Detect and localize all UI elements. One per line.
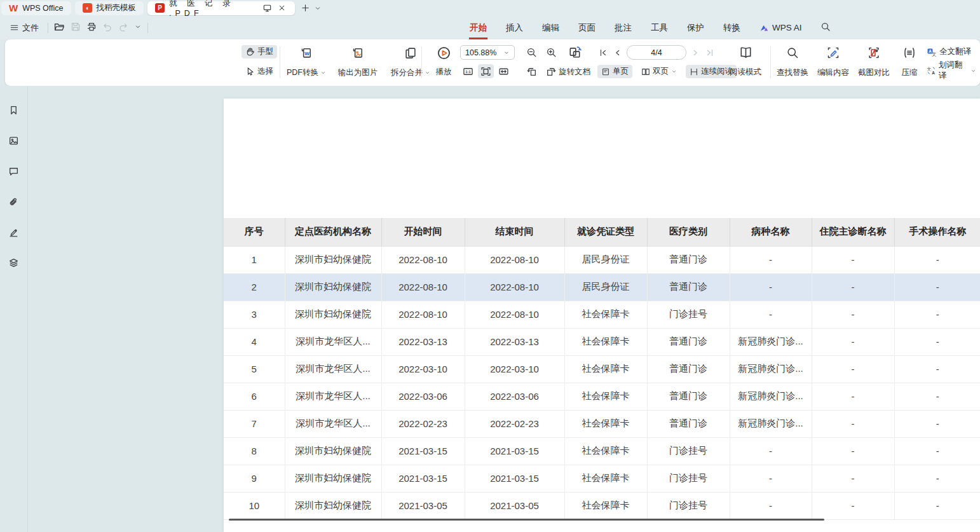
file-menu-button[interactable]: 文件 <box>6 20 42 36</box>
pdf-convert-button[interactable]: W PDF转换 <box>283 45 329 80</box>
table-cell: 2022-03-06 <box>465 383 564 410</box>
file-menu-label: 文件 <box>22 22 39 34</box>
play-button[interactable]: 播放 <box>428 44 459 79</box>
rotate-document-button[interactable]: 旋转文档 <box>554 44 595 79</box>
actual-size-button[interactable]: 1:1 <box>460 64 476 78</box>
full-translate-icon: A文 <box>927 47 937 57</box>
table-cell: - <box>812 437 894 465</box>
zoom-level-combobox[interactable]: 105.88% <box>460 45 515 60</box>
table-row: 8深圳市妇幼保健院2021-03-152021-03-15社会保障卡门诊挂号--… <box>224 437 980 465</box>
redo-icon[interactable] <box>118 22 128 34</box>
table-cell: 门诊挂号 <box>647 301 730 328</box>
undo-icon[interactable] <box>102 22 112 34</box>
table-cell: 2022-03-06 <box>381 383 465 410</box>
tab-wps-office[interactable]: W WPS Office <box>1 1 71 15</box>
fit-width-icon <box>498 66 509 77</box>
table-cell: - <box>730 437 812 465</box>
table-cell: - <box>812 383 894 410</box>
table-cell: 社会保障卡 <box>564 437 647 465</box>
menu-wps-ai[interactable]: WPS AI <box>759 16 803 39</box>
single-page-button[interactable]: 单页 <box>597 65 632 78</box>
table-cell: - <box>730 301 812 328</box>
attachment-icon[interactable] <box>6 193 22 210</box>
save-icon[interactable] <box>71 22 81 34</box>
close-tab-icon[interactable] <box>277 2 287 15</box>
table-cell: - <box>812 410 894 437</box>
signature-icon[interactable] <box>6 224 22 240</box>
last-page-button[interactable] <box>704 46 716 60</box>
table-header-cell: 序号 <box>224 218 285 246</box>
zoom-out-icon <box>526 47 537 58</box>
next-page-button[interactable] <box>690 46 701 60</box>
tab-list-chevron-icon[interactable] <box>311 2 324 15</box>
table-cell: 社会保障卡 <box>564 465 647 492</box>
page-number-input[interactable]: 4/4 <box>627 45 686 60</box>
record-table: 序号定点医药机构名称开始时间结束时间就诊凭证类型医疗类别病种名称住院主诊断名称手… <box>224 218 980 520</box>
quickbar-chevron-icon[interactable] <box>134 23 142 32</box>
layers-icon[interactable] <box>6 254 22 271</box>
menu-insert[interactable]: 插入 <box>505 16 524 39</box>
select-tool-button[interactable]: 选择 <box>242 65 277 78</box>
thumbnails-icon[interactable] <box>6 132 22 149</box>
hand-tool-label: 手型 <box>257 46 273 57</box>
compress-button[interactable]: 压缩 <box>895 45 924 80</box>
double-page-button[interactable]: 双页 <box>637 65 681 78</box>
previous-page-button[interactable] <box>612 46 623 60</box>
edit-content-button[interactable]: 编辑内容 <box>813 45 853 80</box>
menu-page[interactable]: 页面 <box>578 16 596 39</box>
first-page-button[interactable] <box>597 46 609 60</box>
menu-protect[interactable]: 保护 <box>686 16 705 39</box>
tab-docer-templates[interactable]: ◖ 找稻壳模板 <box>75 1 144 15</box>
hand-tool-button[interactable]: 手型 <box>242 45 277 58</box>
word-translate-button[interactable]: 文A 划词翻译 <box>923 58 980 83</box>
monitor-icon[interactable] <box>262 2 273 15</box>
screenshot-compare-button[interactable]: 截图对比 <box>854 45 894 80</box>
bookmark-icon[interactable] <box>6 102 22 118</box>
menu-edit[interactable]: 编辑 <box>541 16 560 39</box>
table-cell: 普通门诊 <box>647 246 730 273</box>
one-to-one-icon: 1:1 <box>463 66 473 77</box>
table-header-cell: 就诊凭证类型 <box>564 218 647 246</box>
split-merge-button[interactable]: 拆分合并 <box>386 45 435 80</box>
table-header-cell: 结束时间 <box>465 218 564 246</box>
table-cell: 10 <box>224 492 285 519</box>
open-file-icon[interactable] <box>54 22 65 34</box>
tab-pdf-document[interactable]: P 就 医 记 录 .PDF <box>147 1 295 15</box>
zoom-out-button[interactable] <box>524 45 540 59</box>
export-as-image-button[interactable]: 输出为图片 <box>332 45 384 80</box>
single-page-label: 单页 <box>613 66 629 77</box>
chevron-down-icon <box>320 70 326 76</box>
menu-convert[interactable]: 转换 <box>723 16 741 39</box>
new-tab-button[interactable] <box>299 2 311 15</box>
menu-tools[interactable]: 工具 <box>650 16 669 39</box>
table-cell: 社会保障卡 <box>564 410 647 437</box>
split-merge-label: 拆分合并 <box>391 67 423 78</box>
fit-page-button[interactable] <box>478 64 494 78</box>
table-header-cell: 医疗类别 <box>647 218 730 246</box>
table-row: 1深圳市妇幼保健院2022-08-102022-08-10居民身份证普通门诊--… <box>224 246 980 273</box>
table-cell: 2022-08-10 <box>465 246 564 273</box>
table-cell: - <box>730 465 812 492</box>
table-cell: 社会保障卡 <box>564 328 647 355</box>
table-cell: - <box>894 492 980 519</box>
rotate-left-button[interactable] <box>524 64 540 78</box>
table-bottom-border <box>229 519 824 521</box>
table-cell: 居民身份证 <box>564 273 647 301</box>
print-icon[interactable] <box>86 22 97 34</box>
table-row: 10深圳市妇幼保健院2021-03-052021-03-05社会保障卡门诊挂号-… <box>224 492 980 519</box>
full-text-translate-button[interactable]: A文 全文翻译 <box>923 45 980 58</box>
menu-search-icon[interactable] <box>820 22 831 34</box>
table-cell: - <box>812 328 894 355</box>
table-cell: - <box>812 273 894 301</box>
menu-home[interactable]: 开始 <box>469 16 487 39</box>
rotate-document-label: 旋转文档 <box>559 67 590 78</box>
find-replace-button[interactable]: 查找替换 <box>773 45 812 80</box>
table-cell: 2022-02-23 <box>381 410 465 437</box>
comment-icon[interactable] <box>6 163 22 179</box>
table-header-cell: 手术操作名称 <box>894 218 980 246</box>
table-cell: 新冠肺炎门诊... <box>730 410 812 437</box>
read-mode-button[interactable]: 阅读模式 <box>726 44 765 79</box>
pdf-convert-icon: W <box>300 46 313 59</box>
menu-annotate[interactable]: 批注 <box>614 16 632 39</box>
fit-width-button[interactable] <box>496 64 512 78</box>
